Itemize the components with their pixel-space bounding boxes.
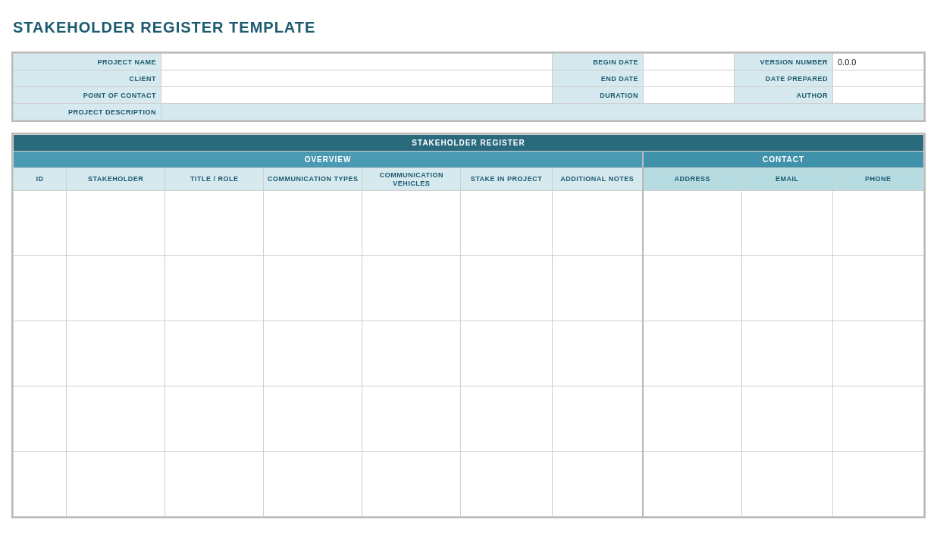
cell-title_role[interactable]	[165, 256, 264, 321]
cell-notes[interactable]	[552, 321, 643, 386]
col-stake: STAKE IN PROJECT	[461, 168, 552, 191]
project-info-table: PROJECT NAME BEGIN DATE VERSION NUMBER 0…	[13, 53, 924, 120]
cell-comm_vehicles[interactable]	[362, 452, 461, 517]
register-main-header: STAKEHOLDER REGISTER	[14, 135, 924, 152]
label-point-of-contact: POINT OF CONTACT	[14, 87, 161, 104]
cell-title_role[interactable]	[165, 452, 264, 517]
stakeholder-register-block: STAKEHOLDER REGISTER OVERVIEW CONTACT ID…	[11, 133, 926, 518]
cell-stake[interactable]	[461, 452, 552, 517]
label-author: AUTHOR	[735, 87, 833, 104]
cell-stakeholder[interactable]	[67, 321, 165, 386]
cell-address[interactable]	[643, 256, 741, 321]
cell-phone[interactable]	[832, 256, 923, 321]
cell-address[interactable]	[643, 321, 741, 386]
cell-id[interactable]	[14, 321, 67, 386]
cell-comm_types[interactable]	[264, 256, 362, 321]
register-contact-header: CONTACT	[643, 152, 923, 168]
value-client[interactable]	[161, 70, 553, 87]
cell-comm_vehicles[interactable]	[362, 191, 461, 256]
value-project-description[interactable]	[161, 104, 924, 120]
cell-stake[interactable]	[461, 321, 552, 386]
table-row	[14, 452, 924, 517]
stakeholder-register-table: STAKEHOLDER REGISTER OVERVIEW CONTACT ID…	[13, 134, 924, 517]
value-begin-date[interactable]	[644, 54, 735, 70]
col-stakeholder: STAKEHOLDER	[67, 168, 165, 191]
col-comm-vehicles: COMMUNICATION VEHICLES	[362, 168, 461, 191]
col-title-role: TITLE / ROLE	[165, 168, 264, 191]
value-date-prepared[interactable]	[833, 70, 924, 87]
cell-title_role[interactable]	[165, 321, 264, 386]
label-begin-date: BEGIN DATE	[553, 54, 644, 70]
label-end-date: END DATE	[553, 70, 644, 87]
cell-title_role[interactable]	[165, 191, 264, 256]
cell-comm_vehicles[interactable]	[362, 386, 461, 452]
label-version-number: VERSION NUMBER	[735, 54, 833, 70]
col-notes: ADDITIONAL NOTES	[552, 168, 643, 191]
page-title: STAKEHOLDER REGISTER TEMPLATE	[13, 19, 926, 36]
cell-phone[interactable]	[832, 321, 923, 386]
cell-comm_types[interactable]	[264, 191, 362, 256]
cell-address[interactable]	[643, 452, 741, 517]
cell-stakeholder[interactable]	[67, 256, 165, 321]
cell-id[interactable]	[14, 256, 67, 321]
table-row	[14, 256, 924, 321]
value-point-of-contact[interactable]	[161, 87, 553, 104]
col-comm-types: COMMUNICATION TYPES	[264, 168, 362, 191]
cell-comm_types[interactable]	[264, 321, 362, 386]
label-project-name: PROJECT NAME	[14, 54, 161, 70]
table-row	[14, 386, 924, 452]
cell-id[interactable]	[14, 452, 67, 517]
cell-notes[interactable]	[552, 386, 643, 452]
value-duration[interactable]	[644, 87, 735, 104]
cell-phone[interactable]	[832, 386, 923, 452]
cell-comm_vehicles[interactable]	[362, 321, 461, 386]
cell-notes[interactable]	[552, 452, 643, 517]
col-email: EMAIL	[741, 168, 832, 191]
col-address: ADDRESS	[643, 168, 741, 191]
cell-id[interactable]	[14, 191, 67, 256]
value-author[interactable]	[833, 87, 924, 104]
cell-stake[interactable]	[461, 386, 552, 452]
cell-stakeholder[interactable]	[67, 386, 165, 452]
table-row	[14, 191, 924, 256]
cell-comm_types[interactable]	[264, 386, 362, 452]
label-date-prepared: DATE PREPARED	[735, 70, 833, 87]
label-duration: DURATION	[553, 87, 644, 104]
cell-stakeholder[interactable]	[67, 191, 165, 256]
label-project-description: PROJECT DESCRIPTION	[14, 104, 161, 120]
cell-comm_types[interactable]	[264, 452, 362, 517]
cell-stake[interactable]	[461, 191, 552, 256]
value-end-date[interactable]	[644, 70, 735, 87]
cell-email[interactable]	[741, 191, 832, 256]
col-phone: PHONE	[832, 168, 923, 191]
cell-email[interactable]	[741, 452, 832, 517]
cell-title_role[interactable]	[165, 386, 264, 452]
table-row	[14, 321, 924, 386]
cell-email[interactable]	[741, 321, 832, 386]
cell-address[interactable]	[643, 191, 741, 256]
project-info-block: PROJECT NAME BEGIN DATE VERSION NUMBER 0…	[11, 52, 926, 122]
register-overview-header: OVERVIEW	[14, 152, 644, 168]
cell-notes[interactable]	[552, 256, 643, 321]
cell-address[interactable]	[643, 386, 741, 452]
cell-stake[interactable]	[461, 256, 552, 321]
cell-phone[interactable]	[832, 452, 923, 517]
cell-id[interactable]	[14, 386, 67, 452]
cell-comm_vehicles[interactable]	[362, 256, 461, 321]
cell-stakeholder[interactable]	[67, 452, 165, 517]
label-client: CLIENT	[14, 70, 161, 87]
value-version-number[interactable]: 0.0.0	[833, 54, 924, 70]
value-project-name[interactable]	[161, 54, 553, 70]
cell-email[interactable]	[741, 386, 832, 452]
cell-phone[interactable]	[832, 191, 923, 256]
cell-notes[interactable]	[552, 191, 643, 256]
cell-email[interactable]	[741, 256, 832, 321]
col-id: ID	[14, 168, 67, 191]
